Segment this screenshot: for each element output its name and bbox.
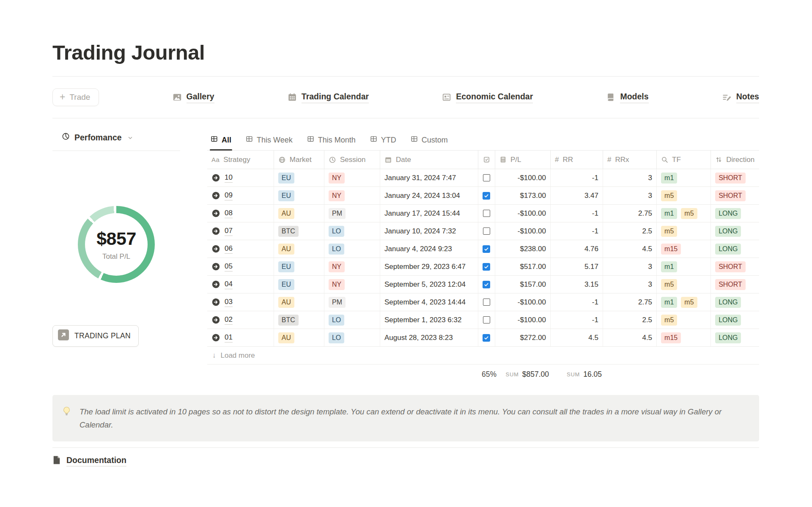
cell-rrx[interactable]: 2.75 (603, 293, 657, 311)
rr-sum-aggregate[interactable]: SUM 16.05 (553, 364, 606, 384)
cell-direction[interactable]: LONG (711, 222, 759, 240)
cell-direction[interactable]: LONG (711, 240, 759, 258)
cell-direction[interactable]: SHORT (711, 276, 759, 293)
cell-session[interactable]: PM (324, 293, 380, 311)
cell-market[interactable]: AU (274, 329, 324, 346)
cell-tf[interactable]: m5 (657, 222, 711, 240)
column-header-market[interactable]: Market (274, 151, 324, 169)
cell-session[interactable]: NY (324, 187, 380, 204)
cell-tf[interactable]: m1 (657, 169, 711, 186)
column-header-checkbox[interactable] (478, 151, 495, 169)
cell-rrx[interactable]: 3 (603, 276, 657, 293)
tab-this-month[interactable]: This Month (306, 135, 357, 150)
row-checkbox[interactable] (483, 263, 490, 271)
column-header-direction[interactable]: Direction (711, 151, 759, 169)
strategy-link[interactable]: 05 (211, 262, 233, 271)
load-more-button[interactable]: ↓ Load more (207, 347, 759, 364)
strategy-link[interactable]: 04 (211, 280, 233, 289)
nav-link-economic-calendar[interactable]: Economic Calendar (442, 92, 533, 103)
cell-date[interactable]: January 4, 2024 9:23 (380, 240, 478, 258)
cell-tf[interactable]: m1m5 (657, 205, 711, 222)
column-header-session[interactable]: Session (324, 151, 380, 169)
row-checkbox[interactable] (483, 174, 490, 181)
cell-pl[interactable]: $173.00 (495, 187, 551, 204)
column-header-p-l[interactable]: P/L (495, 151, 551, 169)
tab-this-week[interactable]: This Week (245, 135, 294, 150)
cell-session[interactable]: LO (324, 222, 380, 240)
cell-direction[interactable]: LONG (711, 311, 759, 329)
cell-market[interactable]: AU (274, 240, 324, 258)
cell-checked[interactable] (478, 276, 495, 293)
strategy-link[interactable]: 01 (211, 333, 233, 343)
cell-date[interactable]: January 10, 2024 7:32 (380, 222, 478, 240)
strategy-link[interactable]: 09 (211, 191, 233, 200)
cell-checked[interactable] (478, 258, 495, 275)
cell-pl[interactable]: -$100.00 (495, 293, 551, 311)
cell-pl[interactable]: -$100.00 (495, 222, 551, 240)
performance-view-selector[interactable]: Perfomance (52, 132, 180, 151)
cell-market[interactable]: AU (274, 205, 324, 222)
column-header-rr[interactable]: #RR (551, 151, 603, 169)
cell-date[interactable]: August 28, 2023 8:23 (380, 329, 478, 346)
tab-ytd[interactable]: YTD (369, 135, 397, 150)
cell-strategy[interactable]: 07 (207, 222, 274, 240)
cell-date[interactable]: September 1, 2023 6:32 (380, 311, 478, 329)
cell-rrx[interactable]: 3 (603, 169, 657, 186)
cell-rr[interactable]: 5.17 (551, 258, 603, 275)
cell-market[interactable]: EU (274, 276, 324, 293)
strategy-link[interactable]: 03 (211, 298, 233, 307)
cell-session[interactable]: LO (324, 311, 380, 329)
cell-direction[interactable]: LONG (711, 205, 759, 222)
cell-direction[interactable]: LONG (711, 329, 759, 346)
pl-sum-aggregate[interactable]: SUM $857.00 (497, 364, 553, 384)
strategy-link[interactable]: 02 (211, 315, 233, 325)
row-checkbox[interactable] (483, 192, 490, 200)
cell-rrx[interactable]: 2.5 (603, 311, 657, 329)
cell-session[interactable]: LO (324, 240, 380, 258)
nav-link-models[interactable]: Models (606, 92, 648, 103)
cell-pl[interactable]: -$100.00 (495, 205, 551, 222)
cell-market[interactable]: EU (274, 187, 324, 204)
trade-button[interactable]: + Trade (52, 88, 99, 106)
nav-link-notes[interactable]: Notes (722, 92, 759, 103)
cell-market[interactable]: AU (274, 293, 324, 311)
cell-date[interactable]: January 17, 2024 15:44 (380, 205, 478, 222)
cell-strategy[interactable]: 04 (207, 276, 274, 293)
column-header-rrx[interactable]: #RRx (603, 151, 657, 169)
cell-strategy[interactable]: 08 (207, 205, 274, 222)
cell-strategy[interactable]: 05 (207, 258, 274, 275)
cell-checked[interactable] (478, 222, 495, 240)
cell-tf[interactable]: m1m5 (657, 293, 711, 311)
cell-rrx[interactable]: 4.5 (603, 240, 657, 258)
cell-tf[interactable]: m5 (657, 311, 711, 329)
cell-pl[interactable]: -$100.00 (495, 311, 551, 329)
cell-date[interactable]: January 24, 2024 13:04 (380, 187, 478, 204)
cell-strategy[interactable]: 06 (207, 240, 274, 258)
cell-session[interactable]: NY (324, 276, 380, 293)
cell-session[interactable]: LO (324, 329, 380, 346)
cell-checked[interactable] (478, 329, 495, 346)
cell-rr[interactable]: 4.5 (551, 329, 603, 346)
cell-date[interactable]: January 31, 2024 7:47 (380, 169, 478, 186)
cell-strategy[interactable]: 10 (207, 169, 274, 186)
cell-session[interactable]: NY (324, 258, 380, 275)
cell-strategy[interactable]: 09 (207, 187, 274, 204)
tab-custom[interactable]: Custom (410, 135, 449, 150)
cell-pl[interactable]: $272.00 (495, 329, 551, 346)
cell-tf[interactable]: m15 (657, 240, 711, 258)
cell-checked[interactable] (478, 169, 495, 186)
cell-direction[interactable]: SHORT (711, 187, 759, 204)
cell-rrx[interactable]: 2.5 (603, 222, 657, 240)
cell-date[interactable]: September 5, 2023 12:04 (380, 276, 478, 293)
cell-market[interactable]: EU (274, 169, 324, 186)
cell-session[interactable]: NY (324, 169, 380, 186)
column-header-date[interactable]: Date (380, 151, 478, 169)
nav-link-trading-calendar[interactable]: Trading Calendar (288, 92, 369, 103)
row-checkbox[interactable] (483, 227, 490, 235)
cell-pl[interactable]: $517.00 (495, 258, 551, 275)
cell-rr[interactable]: 3.15 (551, 276, 603, 293)
row-checkbox[interactable] (483, 334, 490, 342)
row-checkbox[interactable] (483, 281, 490, 288)
cell-strategy[interactable]: 02 (207, 311, 274, 329)
cell-rrx[interactable]: 4.5 (603, 329, 657, 346)
